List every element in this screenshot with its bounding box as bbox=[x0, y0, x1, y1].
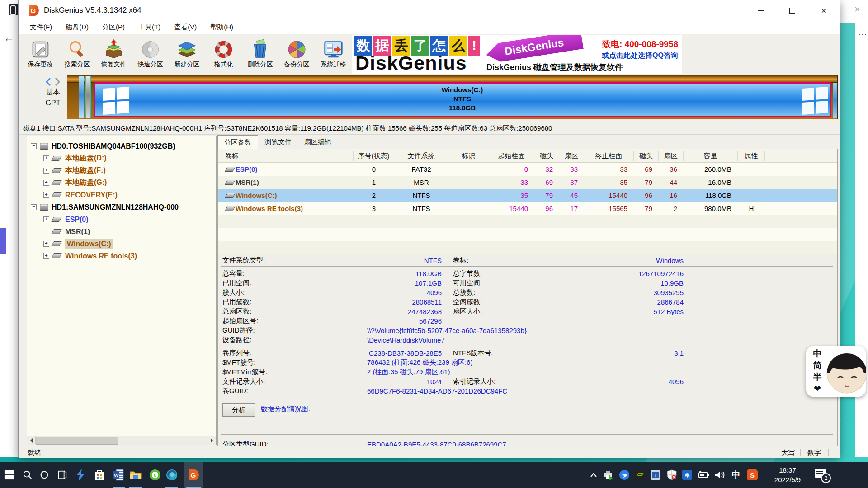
table-row[interactable]: ESP(0) 0FAT32 03233 336936 260.0MB bbox=[218, 163, 837, 176]
overflow-menu-icon[interactable]: ⋯ bbox=[858, 29, 867, 40]
file-explorer-button[interactable] bbox=[127, 462, 145, 488]
collapse-icon[interactable] bbox=[31, 204, 37, 210]
flash-center-button[interactable] bbox=[71, 462, 90, 488]
word-button[interactable]: W bbox=[110, 462, 128, 488]
tab-sector-edit[interactable]: 扇区编辑 bbox=[298, 135, 338, 149]
tray-printer-button[interactable] bbox=[601, 462, 616, 488]
volume-details: 文件系统类型:NTFS卷标:Windows 总容量:118.0GB总字节数:12… bbox=[218, 254, 837, 446]
tree-item-recovery-e[interactable]: RECOVERY(E:) bbox=[27, 189, 216, 201]
quick-partition-button[interactable]: 快速分区 bbox=[132, 35, 169, 73]
expand-icon[interactable] bbox=[43, 155, 49, 161]
ad-banner[interactable]: 数 据 丢 了 怎 么 ! DiskGenius DiskGenius 致电: … bbox=[352, 35, 682, 74]
start-button[interactable] bbox=[0, 462, 18, 488]
expand-icon[interactable] bbox=[43, 180, 49, 186]
tray-expand-button[interactable] bbox=[586, 462, 601, 488]
expand-icon[interactable] bbox=[43, 253, 49, 259]
menu-tools[interactable]: 工具(T) bbox=[132, 23, 167, 32]
tree-horizontal-scrollbar[interactable] bbox=[27, 436, 216, 445]
tree-item-hd0[interactable]: HD0:TOSHIBAMQ04ABF100(932GB) bbox=[27, 140, 216, 152]
windows-c-partition-block[interactable]: Windows(C:) NTFS 118.0GB bbox=[94, 82, 831, 117]
tray-sogou-button[interactable]: S bbox=[745, 462, 760, 488]
background-close-icon[interactable]: × bbox=[854, 4, 860, 15]
recover-files-button[interactable]: 恢复文件 bbox=[95, 35, 132, 73]
ime-status-widget[interactable]: 中 简 半 ❤ bbox=[806, 346, 866, 397]
tree-item-windows-c[interactable]: Windows(C:) bbox=[27, 238, 216, 250]
partition-size-label: 118.0GB bbox=[95, 103, 830, 113]
tray-ime-mode[interactable]: 中 bbox=[729, 462, 743, 488]
status-numlock: 数字 bbox=[802, 449, 826, 457]
delete-partition-label: 删除分区 bbox=[248, 61, 273, 69]
save-changes-button[interactable]: 保存更改 bbox=[22, 35, 59, 73]
close-icon: × bbox=[821, 6, 826, 15]
cortana-button[interactable] bbox=[35, 462, 53, 488]
banner-qq-link[interactable]: 或点击此处选择QQ咨询 bbox=[602, 51, 678, 61]
partition-icon bbox=[225, 180, 236, 185]
microsoft-store-button[interactable] bbox=[90, 462, 108, 488]
taskbar-clock[interactable]: 18:37 2022/5/9 bbox=[765, 465, 810, 484]
tab-partition-params[interactable]: 分区参数 bbox=[217, 135, 258, 149]
tree-item-local-d[interactable]: 本地磁盘(D:) bbox=[27, 152, 216, 164]
new-partition-button[interactable]: 新建分区 bbox=[169, 35, 205, 73]
tree-item-local-f[interactable]: 本地磁盘(F:) bbox=[27, 164, 216, 177]
ime-mode-simplified[interactable]: 简 bbox=[812, 360, 823, 371]
tray-defender-button[interactable] bbox=[665, 462, 679, 488]
svg-text:i: i bbox=[655, 474, 656, 478]
ime-mode-chinese[interactable]: 中 bbox=[812, 348, 823, 360]
prev-disk-icon[interactable] bbox=[45, 77, 52, 87]
browser-360-button[interactable]: e bbox=[146, 462, 164, 488]
collapse-icon[interactable] bbox=[31, 143, 37, 149]
tray-volume-button[interactable] bbox=[712, 462, 727, 488]
close-button[interactable]: × bbox=[808, 0, 840, 20]
tree-item-esp[interactable]: ESP(0) bbox=[27, 213, 216, 225]
partition-icon bbox=[225, 206, 236, 211]
tray-power-button[interactable] bbox=[696, 462, 711, 488]
ime-heart-icon[interactable]: ❤ bbox=[812, 383, 823, 395]
menu-file[interactable]: 文件(F) bbox=[23, 23, 59, 32]
delete-partition-button[interactable]: 删除分区 bbox=[242, 35, 278, 73]
backup-partition-button[interactable]: 备份分区 bbox=[278, 35, 315, 73]
ime-mode-halfwidth[interactable]: 半 bbox=[812, 371, 823, 383]
diskgenius-taskbar-button[interactable]: G bbox=[184, 462, 203, 488]
msr-partition-block[interactable] bbox=[85, 76, 91, 118]
table-row[interactable]: Windows RE tools(3) 3NTFS 154409617 1556… bbox=[218, 202, 837, 215]
expand-icon[interactable] bbox=[43, 192, 49, 198]
notification-center-button[interactable]: 2 bbox=[815, 469, 828, 480]
expand-icon[interactable] bbox=[43, 241, 49, 247]
flash-icon bbox=[75, 469, 85, 481]
menu-help[interactable]: 帮助(H) bbox=[203, 23, 240, 32]
next-disk-icon[interactable] bbox=[54, 77, 61, 87]
maximize-button[interactable] bbox=[776, 0, 808, 20]
tray-dingtalk-button[interactable] bbox=[617, 462, 632, 488]
tree-item-msr[interactable]: MSR(1) bbox=[27, 225, 216, 238]
tray-freeze-button[interactable]: ❄ bbox=[680, 462, 694, 488]
esp-partition-block[interactable] bbox=[79, 76, 84, 118]
taskbar-search-button[interactable] bbox=[19, 462, 37, 488]
expand-icon[interactable] bbox=[43, 216, 49, 222]
tray-nvidia-button[interactable] bbox=[633, 462, 647, 488]
menu-disk[interactable]: 磁盘(D) bbox=[59, 23, 95, 32]
search-partition-button[interactable]: 搜索分区 bbox=[59, 35, 95, 73]
scroll-left-arrow-icon[interactable] bbox=[27, 436, 36, 444]
back-arrow-icon[interactable]: ← bbox=[4, 32, 14, 44]
analyze-button[interactable]: 分析 bbox=[222, 403, 255, 417]
backup-partition-icon bbox=[287, 39, 307, 60]
task-view-button[interactable] bbox=[53, 462, 71, 488]
menu-view[interactable]: 查看(V) bbox=[167, 23, 203, 32]
tree-item-local-g[interactable]: 本地磁盘(G:) bbox=[27, 177, 216, 189]
format-button[interactable]: 格式化 bbox=[205, 35, 242, 73]
edge-button[interactable] bbox=[163, 462, 181, 488]
system-migration-button[interactable]: 系统迁移 bbox=[315, 35, 352, 73]
tree-item-windows-re[interactable]: Windows RE tools(3) bbox=[27, 250, 216, 262]
table-row-selected[interactable]: Windows(C:) 2NTFS 357945 154409616 118.0… bbox=[218, 189, 837, 202]
minimize-button[interactable] bbox=[745, 0, 776, 20]
intel-graphics-icon: i bbox=[651, 470, 660, 480]
menu-partition[interactable]: 分区(P) bbox=[95, 23, 132, 32]
tray-intel-button[interactable]: i bbox=[648, 462, 663, 488]
tab-browse-files[interactable]: 浏览文件 bbox=[258, 135, 298, 149]
scrollbar-thumb[interactable] bbox=[36, 437, 118, 445]
scroll-right-arrow-icon[interactable] bbox=[208, 436, 216, 444]
data-allocation-label: 数据分配情况图: bbox=[261, 405, 310, 413]
expand-icon[interactable] bbox=[43, 168, 49, 174]
table-row[interactable]: MSR(1) 1MSR 336937 357944 16.0MB bbox=[218, 176, 837, 189]
tree-item-hd1[interactable]: HD1:SAMSUNGMZNLN128HAHQ-000 bbox=[27, 201, 216, 213]
